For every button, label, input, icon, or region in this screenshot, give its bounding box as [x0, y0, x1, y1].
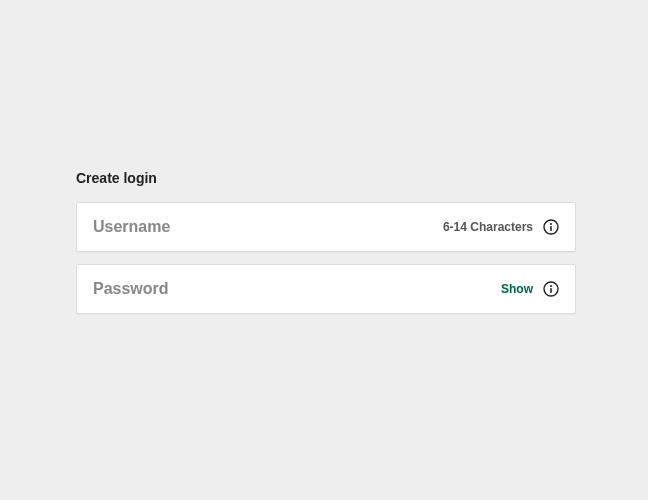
- info-icon[interactable]: [543, 281, 559, 297]
- password-input[interactable]: [93, 280, 501, 298]
- password-card: Show: [76, 264, 576, 314]
- info-icon[interactable]: [543, 219, 559, 235]
- username-card: 6-14 Characters: [76, 202, 576, 252]
- show-password-toggle[interactable]: Show: [501, 282, 533, 296]
- svg-point-4: [550, 285, 552, 287]
- username-input[interactable]: [93, 218, 443, 236]
- create-login-form: Create login 6-14 Characters Show: [76, 170, 576, 326]
- svg-rect-5: [550, 288, 552, 293]
- svg-point-1: [550, 223, 552, 225]
- username-hint: 6-14 Characters: [443, 220, 533, 234]
- svg-rect-2: [550, 226, 552, 231]
- section-heading: Create login: [76, 170, 576, 186]
